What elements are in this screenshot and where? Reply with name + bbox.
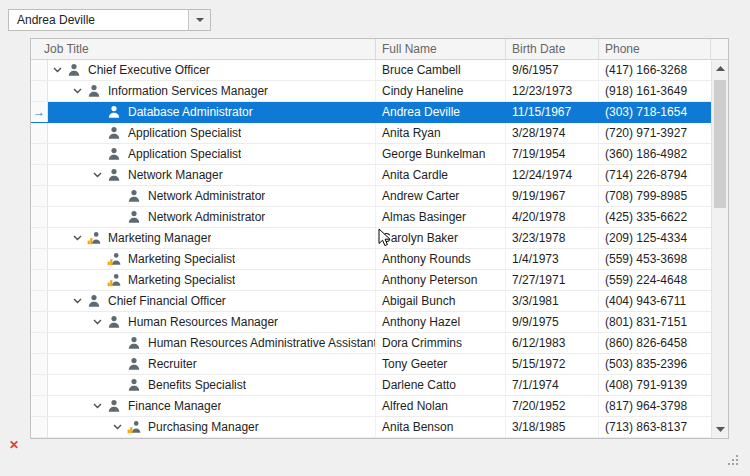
birth-date-cell: 5/15/1972 <box>506 354 599 374</box>
birth-date-cell: 3/23/1978 <box>506 228 599 248</box>
chevron-down-icon[interactable] <box>108 424 127 430</box>
column-header-filler <box>711 39 728 59</box>
birth-date-cell: 7/1/1974 <box>506 375 599 395</box>
tree-row[interactable]: Information Services ManagerCindy Haneli… <box>31 81 711 102</box>
chevron-down-icon[interactable] <box>68 298 87 304</box>
row-indicator <box>31 375 48 395</box>
tree-row[interactable]: Marketing SpecialistAnthony Peterson7/27… <box>31 270 711 291</box>
full-name-cell: Anita Ryan <box>376 123 506 143</box>
job-title-cell: Application Specialist <box>48 144 376 164</box>
person-icon <box>87 84 101 98</box>
job-title-cell: Chief Executive Officer <box>48 60 376 80</box>
row-indicator <box>31 312 48 332</box>
job-title-label: Human Resources Administrative Assistant <box>148 333 375 353</box>
birth-date-cell: 3/28/1974 <box>506 123 599 143</box>
row-indicator <box>31 60 48 80</box>
scroll-up-button[interactable] <box>712 60 728 77</box>
vertical-scrollbar[interactable] <box>711 60 728 438</box>
job-title-label: Chief Executive Officer <box>88 60 210 80</box>
scroll-down-icon <box>716 427 725 432</box>
chevron-down-icon[interactable] <box>88 319 107 325</box>
chevron-down-icon[interactable] <box>88 403 107 409</box>
tree-row[interactable]: Chief Financial OfficerAbigail Bunch3/3/… <box>31 291 711 312</box>
tree-row[interactable]: Marketing ManagerCarolyn Baker3/23/1978(… <box>31 228 711 249</box>
tree-row[interactable]: Human Resources ManagerAnthony Hazel9/9/… <box>31 312 711 333</box>
full-name-cell: Darlene Catto <box>376 375 506 395</box>
combobox-value: Andrea Deville <box>17 10 95 30</box>
birth-date-cell: 4/20/1978 <box>506 207 599 227</box>
person-chart-icon <box>127 420 141 434</box>
row-indicator <box>31 165 48 185</box>
person-icon <box>127 189 141 203</box>
job-title-cell: Finance Manager <box>48 396 376 416</box>
tree-row[interactable]: Chief Executive OfficerBruce Cambell9/6/… <box>31 60 711 81</box>
row-indicator <box>31 207 48 227</box>
birth-date-cell: 12/23/1973 <box>506 81 599 101</box>
job-title-label: Application Specialist <box>128 123 241 143</box>
tree-row[interactable]: Network ManagerAnita Cardle12/24/1974(71… <box>31 165 711 186</box>
tree-row[interactable]: Network AdministratorAndrew Carter9/19/1… <box>31 186 711 207</box>
chevron-down-icon[interactable] <box>88 172 107 178</box>
chevron-down-icon[interactable] <box>68 235 87 241</box>
tree-row[interactable]: Purchasing ManagerAnita Benson3/18/1985(… <box>31 417 711 438</box>
row-indicator <box>31 228 48 248</box>
phone-cell: (714) 226-8794 <box>599 165 711 185</box>
job-title-label: Information Services Manager <box>108 81 268 101</box>
job-title-label: Purchasing Manager <box>148 417 259 437</box>
tree-row[interactable]: RecruiterTony Geeter5/15/1972(503) 835-2… <box>31 354 711 375</box>
birth-date-cell: 7/20/1952 <box>506 396 599 416</box>
row-indicator <box>31 144 48 164</box>
job-title-label: Benefits Specialist <box>148 375 246 395</box>
scroll-down-button[interactable] <box>712 421 728 438</box>
full-name-cell: Andrea Deville <box>376 102 506 122</box>
person-icon <box>87 294 101 308</box>
job-title-label: Application Specialist <box>128 144 241 164</box>
birth-date-cell: 9/6/1957 <box>506 60 599 80</box>
job-title-label: Database Administrator <box>128 102 253 122</box>
person-icon <box>107 147 121 161</box>
tree-row[interactable]: Application SpecialistGeorge Bunkelman7/… <box>31 144 711 165</box>
tree-row[interactable]: Benefits SpecialistDarlene Catto7/1/1974… <box>31 375 711 396</box>
job-title-label: Network Administrator <box>148 207 265 227</box>
full-name-cell: Cindy Haneline <box>376 81 506 101</box>
full-name-cell: Anita Benson <box>376 417 506 437</box>
chevron-down-icon[interactable] <box>48 67 67 73</box>
job-title-cell: Marketing Specialist <box>48 270 376 290</box>
full-name-cell: Bruce Cambell <box>376 60 506 80</box>
job-title-cell: Database Administrator <box>48 102 376 122</box>
column-header-full-name[interactable]: Full Name <box>376 39 506 59</box>
phone-cell: (817) 964-3798 <box>599 396 711 416</box>
row-indicator: → <box>31 102 48 122</box>
full-name-cell: Anthony Hazel <box>376 312 506 332</box>
employee-combobox[interactable]: Andrea Deville <box>8 9 211 31</box>
column-header-phone[interactable]: Phone <box>599 39 711 59</box>
scrollbar-thumb[interactable] <box>714 80 726 208</box>
job-title-cell: Network Administrator <box>48 207 376 227</box>
person-icon <box>127 210 141 224</box>
column-header-job-title[interactable]: Job Title <box>31 39 376 59</box>
phone-cell: (408) 791-9139 <box>599 375 711 395</box>
tree-row[interactable]: Network AdministratorAlmas Basinger4/20/… <box>31 207 711 228</box>
tree-row[interactable]: Application SpecialistAnita Ryan3/28/197… <box>31 123 711 144</box>
tree-row[interactable]: Finance ManagerAlfred Nolan7/20/1952(817… <box>31 396 711 417</box>
tree-row[interactable]: →Database AdministratorAndrea Deville11/… <box>31 102 711 123</box>
tree-row[interactable]: Human Resources Administrative Assistant… <box>31 333 711 354</box>
job-title-cell: Human Resources Manager <box>48 312 376 332</box>
full-name-cell: Anthony Peterson <box>376 270 506 290</box>
row-indicator <box>31 396 48 416</box>
person-icon <box>107 168 121 182</box>
tree-row[interactable]: Marketing SpecialistAnthony Rounds1/4/19… <box>31 249 711 270</box>
birth-date-cell: 6/12/1983 <box>506 333 599 353</box>
person-icon <box>127 378 141 392</box>
phone-cell: (918) 161-3649 <box>599 81 711 101</box>
person-chart-icon <box>87 231 101 245</box>
job-title-cell: Information Services Manager <box>48 81 376 101</box>
combobox-dropdown-button[interactable] <box>188 10 210 30</box>
chevron-down-icon[interactable] <box>68 88 87 94</box>
job-title-label: Recruiter <box>148 354 197 374</box>
job-title-label: Marketing Specialist <box>128 249 235 269</box>
column-header-birth-date[interactable]: Birth Date <box>506 39 599 59</box>
error-icon[interactable]: ✕ <box>9 439 19 451</box>
resize-grip[interactable] <box>728 455 740 467</box>
person-icon <box>127 357 141 371</box>
